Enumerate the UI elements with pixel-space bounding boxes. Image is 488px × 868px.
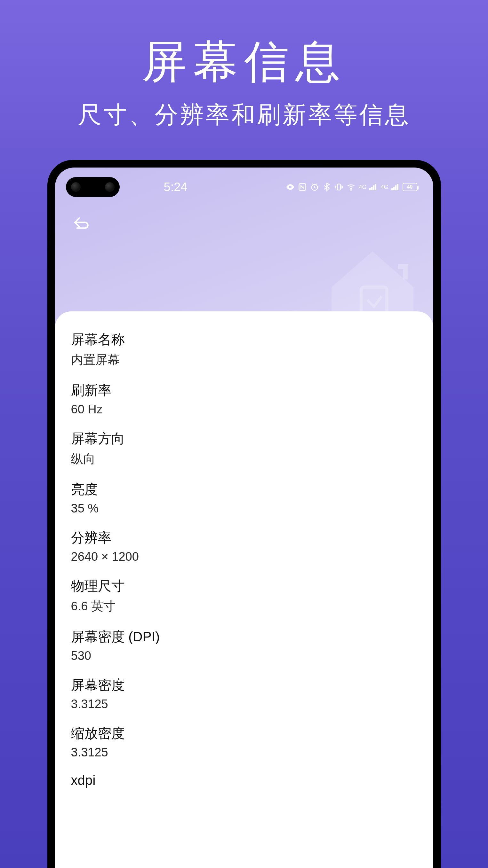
info-value: 35 % (71, 502, 417, 515)
info-value: 6.6 英寸 (71, 598, 417, 615)
alarm-icon (310, 183, 319, 191)
page-subtitle: 尺寸、分辨率和刷新率等信息 (0, 99, 488, 131)
info-row-physical-size: 物理尺寸 6.6 英寸 (71, 577, 417, 615)
camera-punchhole (66, 177, 120, 197)
battery-icon: 40 (403, 183, 417, 191)
front-camera-1 (71, 182, 81, 192)
info-value: 3.3125 (71, 746, 417, 759)
status-bar: 5:24 4G 4G 40 (125, 177, 417, 197)
phone-frame: 5:24 4G 4G 40 (47, 160, 441, 868)
phone-screen: 5:24 4G 4G 40 (55, 167, 433, 868)
signal-icon-1 (368, 183, 377, 191)
info-label: 屏幕密度 (DPI) (71, 628, 417, 646)
back-button[interactable] (69, 212, 92, 235)
svg-rect-2 (338, 184, 341, 190)
network-label-2: 4G (380, 184, 388, 190)
svg-point-3 (351, 190, 352, 191)
info-label: 屏幕密度 (71, 676, 417, 694)
info-row-scaled-density: 缩放密度 3.3125 (71, 724, 417, 759)
status-time: 5:24 (164, 180, 188, 194)
info-value: 纵向 (71, 451, 417, 467)
bluetooth-icon (322, 183, 331, 191)
vibrate-icon (335, 183, 343, 191)
info-label: xdpi (71, 773, 417, 788)
info-row-resolution: 分辨率 2640 × 1200 (71, 529, 417, 564)
info-row-refresh-rate: 刷新率 60 Hz (71, 381, 417, 416)
info-value: 60 Hz (71, 403, 417, 416)
info-label: 屏幕名称 (71, 331, 417, 348)
info-label: 屏幕方向 (71, 430, 417, 447)
info-label: 亮度 (71, 480, 417, 498)
info-value: 2640 × 1200 (71, 550, 417, 564)
info-value: 3.3125 (71, 697, 417, 711)
info-row-brightness: 亮度 35 % (71, 480, 417, 515)
info-row-density-dpi: 屏幕密度 (DPI) 530 (71, 628, 417, 663)
page-title: 屏幕信息 (0, 0, 488, 93)
info-row-xdpi: xdpi (71, 773, 417, 788)
info-value: 内置屏幕 (71, 352, 417, 368)
info-label: 刷新率 (71, 381, 417, 399)
info-row-density: 屏幕密度 3.3125 (71, 676, 417, 711)
wifi-icon (347, 183, 355, 191)
status-icons: 4G 4G 40 (286, 183, 417, 191)
info-label: 分辨率 (71, 529, 417, 547)
signal-icon-2 (391, 183, 399, 191)
info-label: 缩放密度 (71, 724, 417, 742)
info-value: 530 (71, 649, 417, 663)
eye-icon (286, 183, 295, 191)
info-card: 屏幕名称 内置屏幕 刷新率 60 Hz 屏幕方向 纵向 亮度 35 % 分辨率 … (55, 311, 433, 868)
info-row-screen-name: 屏幕名称 内置屏幕 (71, 331, 417, 368)
info-row-orientation: 屏幕方向 纵向 (71, 430, 417, 467)
nfc-icon (298, 183, 307, 191)
network-label-1: 4G (359, 184, 366, 190)
info-label: 物理尺寸 (71, 577, 417, 595)
front-camera-2 (105, 182, 115, 192)
